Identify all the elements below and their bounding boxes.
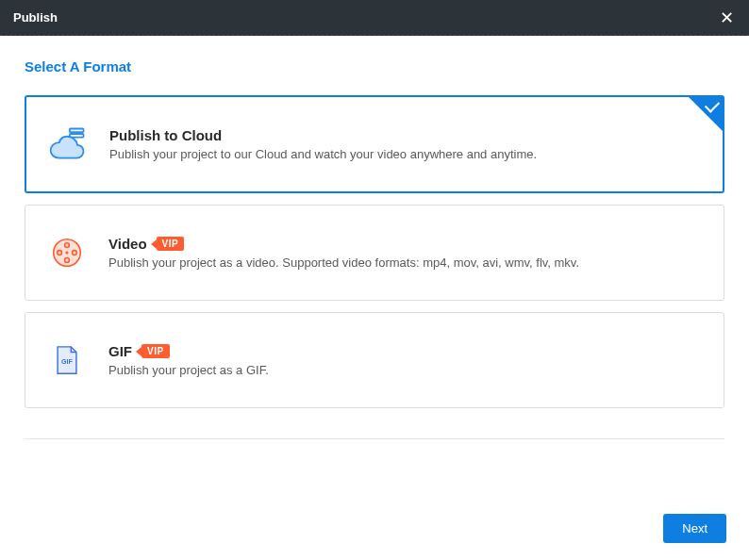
svg-point-7 — [65, 251, 68, 254]
option-gif[interactable]: GIF GIF VIP Publish your project as a GI… — [25, 312, 724, 408]
svg-rect-0 — [70, 129, 84, 133]
option-title-label: GIF — [108, 343, 132, 359]
divider — [25, 438, 724, 439]
page-title: Select A Format — [25, 58, 724, 74]
vip-badge: VIP — [141, 344, 170, 358]
gif-file-icon: GIF — [46, 339, 88, 381]
option-text: Publish to Cloud Publish your project to… — [109, 127, 702, 161]
option-publish-cloud[interactable]: Publish to Cloud Publish your project to… — [25, 95, 724, 193]
selected-check-icon — [689, 97, 723, 131]
option-video[interactable]: Video VIP Publish your project as a vide… — [25, 205, 724, 301]
gif-icon-text: GIF — [61, 358, 73, 366]
option-desc: Publish your project to our Cloud and wa… — [109, 147, 702, 161]
film-reel-icon — [46, 232, 88, 273]
titlebar: Publish ✕ — [0, 0, 749, 36]
option-title-label: Video — [108, 236, 147, 252]
cloud-upload-icon — [47, 124, 89, 165]
vip-badge: VIP — [157, 237, 185, 251]
next-button[interactable]: Next — [663, 514, 726, 543]
footer: Next — [0, 497, 749, 560]
window-title: Publish — [13, 10, 58, 25]
option-desc: Publish your project as a video. Support… — [108, 255, 703, 270]
option-desc: Publish your project as a GIF. — [108, 363, 703, 377]
option-title-label: Publish to Cloud — [109, 127, 222, 143]
content-area: Select A Format Publish to Cloud Publish… — [0, 36, 749, 439]
close-icon[interactable]: ✕ — [717, 9, 736, 26]
option-text: Video VIP Publish your project as a vide… — [108, 236, 703, 270]
option-text: GIF VIP Publish your project as a GIF. — [108, 343, 703, 377]
